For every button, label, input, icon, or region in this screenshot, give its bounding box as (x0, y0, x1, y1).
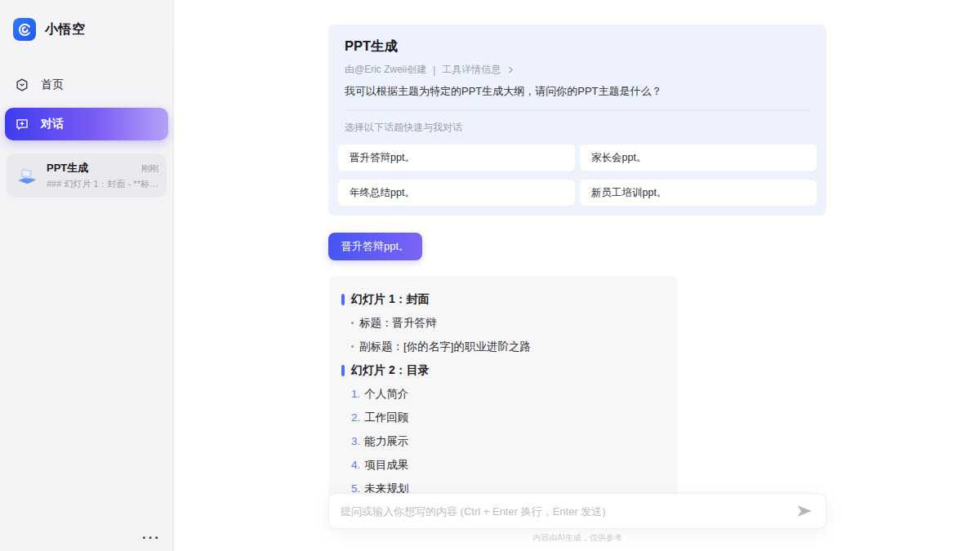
heading-marker (341, 294, 345, 305)
heading-text: 幻灯片 1：封面 (351, 292, 430, 307)
topics-label: 选择以下话题快速与我对话 (345, 121, 817, 135)
sidebar-nav: 首页 对话 (0, 69, 173, 140)
topic-button-new-employee[interactable]: 新员工培训ppt。 (580, 180, 817, 206)
chat-history-item[interactable]: PPT生成 刚刚 ### 幻灯片 1：封面 - **标题**：... (7, 153, 167, 198)
wukong-logo-icon (13, 18, 36, 41)
outline-bullet: 副标题：[你的名字]的职业进阶之路 (341, 335, 665, 358)
app-title: 小悟空 (45, 21, 86, 38)
list-text: 工作回顾 (364, 411, 408, 425)
outline-list-item: 3. 能力展示 (341, 429, 665, 453)
bullet-text: 副标题：[你的名字]的职业进阶之路 (359, 340, 531, 354)
chat-main-area: PPT生成 由@Eric Zweii创建 | 工具详情信息 我可以根据主题为特定… (175, 0, 980, 551)
list-number: 3. (351, 435, 360, 447)
outline-list-item: 1. 个人简介 (341, 382, 665, 406)
topic-suggestions: 晋升答辩ppt。 家长会ppt。 年终总结ppt。 新员工培训ppt。 (338, 144, 817, 206)
app-window: 小悟空 首页 对话 (0, 0, 980, 551)
history-title: PPT生成 (47, 161, 88, 176)
list-number: 1. (351, 388, 360, 400)
bullet-text: 标题：晋升答辩 (359, 316, 437, 331)
bullet-dot (351, 322, 354, 324)
chat-plus-icon (15, 117, 29, 131)
list-text: 能力展示 (364, 434, 408, 449)
agent-creator: 由@Eric Zweii创建 (345, 63, 426, 77)
outline-bullet: 标题：晋升答辩 (341, 311, 665, 335)
message-input[interactable] (341, 505, 795, 518)
topic-button-parent-meeting[interactable]: 家长会ppt。 (580, 144, 817, 171)
card-divider (345, 110, 810, 111)
ppt-3d-icon (15, 163, 39, 188)
agent-title: PPT生成 (345, 38, 817, 56)
sidebar-item-home[interactable]: 首页 (5, 69, 168, 101)
sidebar-item-chat[interactable]: 对话 (5, 108, 168, 140)
heading-text: 幻灯片 2：目录 (351, 363, 430, 378)
chevron-right-icon[interactable] (507, 66, 514, 73)
history-item-body: PPT生成 刚刚 ### 幻灯片 1：封面 - **标题**：... (47, 161, 158, 190)
home-icon (15, 78, 29, 92)
assistant-message: 幻灯片 1：封面 标题：晋升答辩 副标题：[你的名字]的职业进阶之路 幻灯片 2… (328, 276, 678, 519)
agent-intro-card: PPT生成 由@Eric Zweii创建 | 工具详情信息 我可以根据主题为特定… (328, 24, 826, 216)
outline-list-item: 2. 工作回顾 (341, 406, 665, 429)
agent-meta: 由@Eric Zweii创建 | 工具详情信息 (345, 63, 817, 77)
list-text: 项目成果 (364, 458, 408, 473)
agent-description: 我可以根据主题为特定的PPT生成大纲，请问你的PPT主题是什么？ (345, 84, 817, 99)
heading-marker (341, 365, 345, 376)
app-logo[interactable]: 小悟空 (0, 0, 173, 41)
list-text: 个人简介 (364, 387, 408, 402)
bullet-dot (351, 345, 354, 348)
user-message-bubble: 晋升答辩ppt。 (328, 233, 422, 260)
outline-heading: 幻灯片 2：目录 (341, 358, 665, 382)
sidebar-more-button[interactable]: ··· (142, 531, 161, 544)
outline-heading: 幻灯片 1：封面 (341, 287, 665, 311)
composer (328, 493, 826, 529)
meta-separator: | (433, 64, 435, 76)
sidebar-item-label: 首页 (41, 78, 64, 92)
topic-button-promotion[interactable]: 晋升答辩ppt。 (338, 144, 575, 171)
outline-list-item: 4. 项目成果 (341, 453, 665, 477)
tool-details-link[interactable]: 工具详情信息 (442, 63, 501, 77)
sidebar: 小悟空 首页 对话 (0, 0, 174, 551)
list-number: 2. (351, 411, 360, 424)
topic-button-year-end[interactable]: 年终总结ppt。 (338, 180, 575, 206)
send-icon[interactable] (795, 501, 814, 521)
history-timestamp: 刚刚 (141, 163, 158, 175)
list-number: 4. (351, 459, 360, 471)
sidebar-item-label: 对话 (41, 117, 64, 131)
ai-disclaimer: 内容由AI生成，仅供参考 (175, 532, 980, 544)
history-preview: ### 幻灯片 1：封面 - **标题**：... (47, 178, 158, 190)
